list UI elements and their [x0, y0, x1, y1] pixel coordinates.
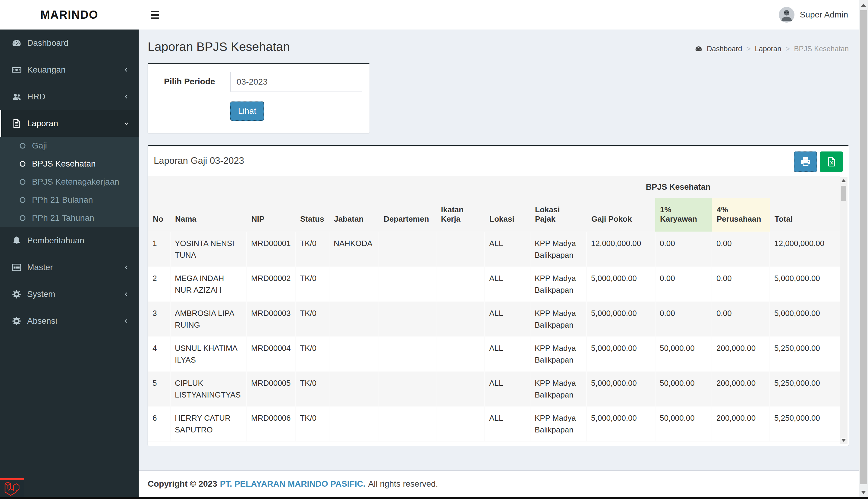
table-cell: 50,000.00	[655, 337, 712, 372]
submenu-item-pph21-tahunan[interactable]: PPh 21 Tahunan	[0, 209, 139, 227]
page-scrollbar-thumb[interactable]	[860, 10, 867, 484]
debug-toolbar-toggle[interactable]	[0, 478, 24, 497]
table-cell	[436, 267, 485, 302]
sidebar-item-label: Pemberitahuan	[27, 236, 84, 245]
table-cell: 0.00	[655, 232, 712, 267]
chevron-left-icon	[123, 318, 130, 324]
table-cell: ALL	[485, 372, 530, 406]
table-cell	[379, 302, 436, 337]
period-label: Pilih Periode	[155, 72, 230, 92]
content-area: Laporan BPJS Kesehatan Dashboard > Lapor…	[139, 29, 859, 471]
submenu-item-label: Gaji	[32, 141, 47, 150]
scroll-down-icon[interactable]	[841, 439, 846, 442]
sidebar-item-absensi[interactable]: Absensi	[0, 307, 139, 334]
print-button[interactable]	[794, 151, 817, 172]
col-header-ikatan-kerja: Ikatan Kerja	[436, 198, 485, 232]
export-excel-button[interactable]: X	[820, 151, 843, 172]
breadcrumb-separator: >	[746, 45, 750, 53]
table-scrollbar-thumb[interactable]	[841, 186, 846, 201]
col-header-status: Status	[295, 198, 329, 232]
col-header-jabatan: Jabatan	[329, 198, 379, 232]
table-cell: 5,000,000.00	[586, 267, 655, 302]
table-cell: KPP Madya Balikpapan	[530, 372, 586, 406]
submenu-item-label: BPJS Kesehatan	[32, 159, 96, 169]
table-cell: 0.00	[712, 267, 770, 302]
table-cell	[379, 232, 436, 267]
app-window: MARINDO Dashboard Keuangan	[0, 0, 868, 499]
report-table-container: BPJS Kesehatan No Nama NIP Status Jabata…	[148, 176, 849, 445]
table-row: 4USNUL KHATIMA ILYAS MRD00004TK/0 ALL KP…	[148, 337, 840, 372]
user-avatar	[779, 7, 795, 23]
sidebar-item-dashboard[interactable]: Dashboard	[0, 29, 139, 56]
scroll-down-icon[interactable]	[861, 491, 866, 494]
content-header: Laporan BPJS Kesehatan Dashboard > Lapor…	[139, 29, 859, 54]
table-cell: 0.00	[655, 267, 712, 302]
page-scrollbar[interactable]	[859, 0, 868, 497]
table-scrollbar[interactable]	[840, 177, 847, 444]
table-cell: 50,000.00	[655, 406, 712, 441]
sidebar-toggle-button[interactable]	[143, 0, 167, 29]
table-cell: 12,000,000.00	[770, 232, 840, 267]
sidebar-item-label: Master	[27, 263, 53, 272]
horizontal-scrollbar[interactable]	[0, 497, 868, 499]
circle-icon	[19, 214, 26, 222]
table-cell: KPP Madya Balikpapan	[530, 232, 586, 267]
table-cell: 2	[148, 267, 170, 302]
table-cell: USNUL KHATIMA ILYAS	[170, 337, 247, 372]
table-cell: 0.00	[655, 302, 712, 337]
submenu-item-bpjs-kesehatan[interactable]: BPJS Kesehatan	[0, 155, 139, 173]
gear-icon	[11, 316, 22, 326]
period-filter-card: Pilih Periode Lihat	[148, 63, 369, 133]
table-cell: 0.00	[712, 302, 770, 337]
lihat-button[interactable]: Lihat	[230, 101, 264, 121]
col-header-perusahaan: 4% Perusahaan	[712, 198, 770, 232]
money-icon	[11, 65, 22, 75]
table-row: 6HERRY CATUR SAPUTRO MRD00006TK/0 ALL KP…	[148, 406, 840, 441]
table-cell: 200,000.00	[712, 337, 770, 372]
user-menu[interactable]: Super Admin	[768, 0, 859, 29]
submenu-item-bpjs-ketenagakerjaan[interactable]: BPJS Ketenagakerjaan	[0, 173, 139, 191]
sidebar-item-laporan[interactable]: Laporan	[0, 110, 139, 137]
file-text-icon	[11, 118, 22, 129]
scroll-up-icon[interactable]	[861, 4, 866, 7]
breadcrumb-home[interactable]: Dashboard	[707, 45, 742, 53]
table-cell: TK/0	[295, 337, 329, 372]
submenu-item-gaji[interactable]: Gaji	[0, 137, 139, 155]
sidebar-item-keuangan[interactable]: Keuangan	[0, 56, 139, 83]
laporan-submenu: Gaji BPJS Kesehatan BPJS Ketenagakerjaan…	[0, 137, 139, 227]
report-card-header: Laporan Gaji 03-2023 X	[148, 146, 849, 176]
table-cell: 5,000,000.00	[770, 267, 840, 302]
sidebar-item-system[interactable]: System	[0, 281, 139, 307]
sidebar-item-label: System	[27, 289, 55, 299]
table-cell: 5,000,000.00	[770, 302, 840, 337]
copyright-text: Copyright © 2023	[148, 479, 217, 489]
sidebar-item-label: Dashboard	[27, 38, 68, 48]
submenu-item-pph21-bulanan[interactable]: PPh 21 Bulanan	[0, 191, 139, 209]
col-header-total: Total	[770, 198, 840, 232]
sidebar-item-pemberitahuan[interactable]: Pemberitahuan	[0, 227, 139, 254]
table-row: 2MEGA INDAH NUR AZIZAH MRD00002TK/0 ALL …	[148, 267, 840, 302]
table-cell: 200,000.00	[712, 372, 770, 406]
sidebar-item-master[interactable]: Master	[0, 254, 139, 281]
period-input[interactable]	[230, 72, 362, 92]
table-row: 1YOSINTA NENSI TUNA MRD00001TK/0 NAHKODA…	[148, 232, 840, 267]
sidebar-menu: Dashboard Keuangan HRD	[0, 29, 139, 334]
report-title: Laporan Gaji 03-2023	[154, 155, 244, 166]
table-cell	[379, 267, 436, 302]
table-cell: CIPLUK LISTYANINGTYAS	[170, 372, 247, 406]
breadcrumb-separator: >	[786, 45, 790, 53]
circle-icon	[19, 160, 26, 168]
sidebar: MARINDO Dashboard Keuangan	[0, 0, 139, 499]
breadcrumb-section[interactable]: Laporan	[755, 45, 781, 53]
rights-text: All rights reserved.	[368, 479, 438, 489]
scroll-up-icon[interactable]	[841, 179, 846, 182]
table-cell: 4	[148, 337, 170, 372]
col-header-lokasi: Lokasi	[485, 198, 530, 232]
brand-logo: MARINDO	[0, 0, 139, 29]
hamburger-icon	[151, 11, 159, 12]
sidebar-item-label: HRD	[27, 92, 46, 101]
sidebar-item-hrd[interactable]: HRD	[0, 83, 139, 110]
table-row: 3AMBROSIA LIPA RUING MRD00003TK/0 ALL KP…	[148, 302, 840, 337]
breadcrumb-current: BPJS Kesehatan	[794, 45, 849, 53]
company-link[interactable]: PT. PELAYARAN MARINDO PASIFIC.	[220, 479, 366, 489]
